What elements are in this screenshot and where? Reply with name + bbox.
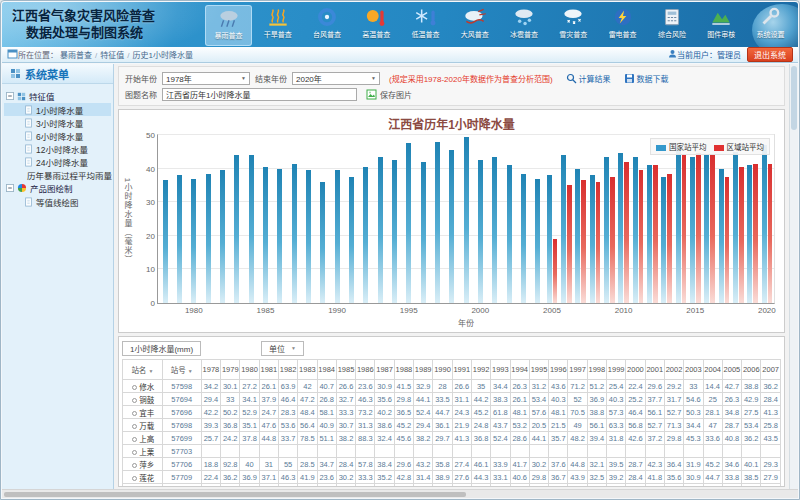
low-temp-icon xyxy=(413,7,439,27)
bar-national-1987 xyxy=(292,164,297,303)
horizontal-scrollbar[interactable] xyxy=(2,489,798,498)
unit-dropdown[interactable]: 单位 ▼ xyxy=(261,341,304,356)
toolbar-item-high-temp[interactable]: 高温普查 xyxy=(353,5,400,46)
station-name-cell[interactable]: 铜鼓 xyxy=(123,393,163,406)
breadcrumb-item[interactable]: 暴雨普查 xyxy=(60,51,92,60)
bar-national-1981 xyxy=(206,174,211,303)
toolbar-item-drought[interactable]: 干旱普查 xyxy=(254,5,301,46)
value-cell: 36.9 xyxy=(240,471,259,484)
value-cell: 40.8 xyxy=(722,432,741,445)
start-year-select[interactable]: 1978年▼ xyxy=(162,72,250,85)
x-axis-label: 年份 xyxy=(458,317,474,328)
radio-icon[interactable] xyxy=(132,385,137,390)
radio-icon[interactable] xyxy=(132,476,137,481)
data-download-link[interactable]: 数据下载 xyxy=(624,73,669,84)
table-row: 上高5769925.724.237.844.833.778.551.138.28… xyxy=(123,432,781,445)
breadcrumb: 暴雨普查/特征值/历史1小时降水量 xyxy=(58,49,195,60)
high-temp-icon xyxy=(363,7,389,27)
bar-national-2013 xyxy=(661,177,666,303)
station-id-cell: 57698 xyxy=(162,419,201,432)
save-disk-icon xyxy=(624,73,635,84)
logout-button[interactable]: 退出系统 xyxy=(747,47,793,62)
toolbar-item-label: 低温普查 xyxy=(412,29,440,39)
value-cell: 41.8 xyxy=(645,471,664,484)
toolbar-item-gale[interactable]: 大风普查 xyxy=(451,5,498,46)
station-id-column-header[interactable]: 站号▼ xyxy=(162,360,201,380)
value-cell: 44.7 xyxy=(703,471,722,484)
radio-icon[interactable] xyxy=(132,398,137,403)
collapse-icon[interactable] xyxy=(6,184,14,192)
value-cell: 34.2 xyxy=(201,380,220,393)
bar-group-1996 xyxy=(416,135,430,303)
toolbar-item-hail[interactable]: 冰雹普查 xyxy=(501,5,548,46)
value-cell: 31.4 xyxy=(414,471,433,484)
toolbar-item-risk[interactable]: 综合风险 xyxy=(648,5,695,46)
value-cell: 28.5 xyxy=(240,484,259,488)
vertical-scrollbar[interactable] xyxy=(789,64,798,489)
value-cell: 53.4 xyxy=(742,419,761,432)
bar-regional-2007 xyxy=(581,180,586,303)
chart-panel: 江西省历年1小时降水量 国家站平均区域站平均 年份 01020304050198… xyxy=(118,109,785,333)
tree-item[interactable]: 12小时降水量 xyxy=(4,142,111,155)
tree-item[interactable]: 3小时降水量 xyxy=(4,116,111,129)
station-name-cell[interactable]: 宜春 xyxy=(123,484,163,488)
tree-item[interactable]: 1小时降水量 xyxy=(4,103,111,116)
toolbar-item-label: 综合风险 xyxy=(658,29,686,39)
station-name-cell[interactable]: 宜丰 xyxy=(123,406,163,419)
station-name-column-header[interactable]: 站名▼ xyxy=(123,360,163,380)
value-cell xyxy=(607,445,626,458)
station-name-cell[interactable]: 上栗 xyxy=(123,445,163,458)
toolbar-item-review[interactable]: 图件审核 xyxy=(698,5,745,46)
chart-title-input[interactable] xyxy=(162,88,357,101)
radio-icon[interactable] xyxy=(132,463,137,468)
bar-group-1993 xyxy=(373,135,387,303)
value-cell: 44.8 xyxy=(568,458,587,471)
bar-group-2005 xyxy=(545,135,559,303)
toolbar-item-settings[interactable]: 系统设置 xyxy=(747,5,794,46)
value-cell xyxy=(742,445,761,458)
tree-group-1[interactable]: 产品图绘制 xyxy=(4,181,111,195)
tree-item[interactable]: 24小时降水量 xyxy=(4,155,111,168)
value-cell: 50.2 xyxy=(221,406,240,419)
station-name-cell[interactable]: 萍乡 xyxy=(123,458,163,471)
value-cell: 30.9 xyxy=(684,471,703,484)
radio-icon[interactable] xyxy=(132,437,137,442)
bar-national-2015 xyxy=(690,157,695,303)
value-cell: 48.1 xyxy=(549,406,568,419)
year-column-header: 1998 xyxy=(587,360,606,380)
year-column-header: 1983 xyxy=(298,360,317,380)
tree-item[interactable]: 6小时降水量 xyxy=(4,129,111,142)
vertical-scrollbar-thumb[interactable] xyxy=(791,66,797,130)
tree-group-0[interactable]: 特征值 xyxy=(4,89,111,103)
toolbar-item-typhoon[interactable]: 台风普查 xyxy=(304,5,351,46)
toolbar-item-rainstorm[interactable]: 暴雨普查 xyxy=(205,5,252,46)
value-cell: 36.4 xyxy=(664,458,683,471)
radio-icon[interactable] xyxy=(132,450,137,455)
tree-item[interactable]: 等值线绘图 xyxy=(4,195,111,208)
toolbar-item-lightning[interactable]: 雷电普查 xyxy=(599,5,646,46)
x-tick-label: 2000 xyxy=(471,306,489,315)
toolbar-item-low-temp[interactable]: 低温普查 xyxy=(402,5,449,46)
end-year-select[interactable]: 2020年▼ xyxy=(292,72,380,85)
station-name-cell[interactable]: 万载 xyxy=(123,419,163,432)
station-name-cell[interactable]: 修水 xyxy=(123,380,163,393)
tree-item[interactable]: 历年暴雨过程平均雨量 xyxy=(4,168,111,181)
radio-icon[interactable] xyxy=(132,411,137,416)
value-cell: 35.2 xyxy=(375,471,394,484)
station-name-cell[interactable]: 莲花 xyxy=(123,471,163,484)
station-name-cell[interactable]: 上高 xyxy=(123,432,163,445)
toolbar-item-snow[interactable]: 雪灾普查 xyxy=(550,5,597,46)
value-cell: 26.6 xyxy=(336,380,355,393)
bar-regional-2010 xyxy=(624,162,629,303)
calc-result-link[interactable]: 计算结果 xyxy=(566,73,611,84)
bar-group-2014 xyxy=(674,135,688,303)
breadcrumb-item[interactable]: 历史1小时降水量 xyxy=(132,51,192,60)
save-image-link[interactable]: 保存图片 xyxy=(366,89,412,100)
breadcrumb-item[interactable]: 特征值 xyxy=(100,51,124,60)
radio-icon[interactable] xyxy=(132,424,137,429)
bar-national-1999 xyxy=(464,137,469,303)
bar-group-1995 xyxy=(402,135,416,303)
collapse-icon[interactable] xyxy=(6,92,14,100)
horizontal-scrollbar-thumb[interactable] xyxy=(4,492,466,497)
value-cell xyxy=(587,445,606,458)
